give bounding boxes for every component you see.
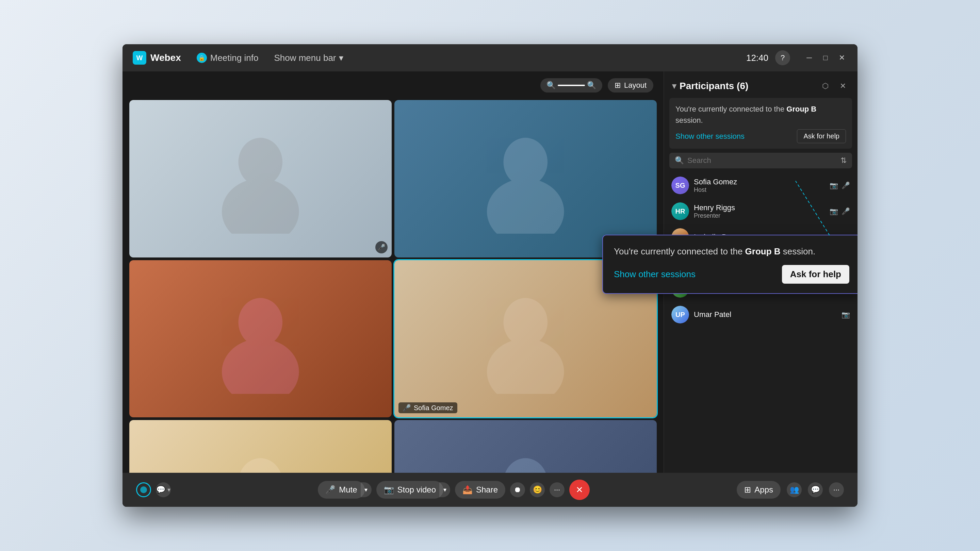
zoom-in-icon[interactable]: 🔍: [587, 81, 596, 90]
panel-title-text: Participants (6): [679, 81, 748, 92]
mute-button[interactable]: 🎤 Mute: [318, 481, 364, 499]
svg-point-10: [504, 458, 548, 473]
video-person-2: [395, 100, 657, 257]
layout-button[interactable]: ⊞ Layout: [608, 78, 653, 92]
svg-point-3: [487, 179, 564, 233]
zoom-control[interactable]: 🔍 🔍: [540, 78, 602, 92]
svg-point-1: [222, 179, 299, 233]
svg-point-5: [222, 339, 299, 394]
stop-video-button[interactable]: 📷 Stop video: [376, 481, 443, 499]
apps-icon: ⊞: [744, 485, 751, 495]
toolbar-left: 💬 ▾: [136, 482, 171, 497]
video-grid: 🎤: [129, 100, 657, 473]
meeting-info-icon: 🔒: [197, 53, 207, 63]
panel-popout-button[interactable]: ⬡: [819, 79, 832, 92]
mic-icon: 🎤: [842, 181, 850, 189]
status-indicator: [136, 482, 151, 497]
more-button[interactable]: ···: [550, 482, 565, 497]
end-call-button[interactable]: ✕: [569, 480, 590, 500]
search-icon: 🔍: [675, 156, 684, 165]
close-button[interactable]: ✕: [837, 52, 847, 63]
meeting-info-label: Meeting info: [210, 53, 259, 63]
participant-role: Presenter: [694, 212, 825, 219]
video-cell-5: 🎤: [129, 420, 392, 473]
layout-label: Layout: [624, 81, 646, 90]
chat-chevron-icon: ▾: [167, 486, 170, 494]
tooltip-show-sessions-link[interactable]: Show other sessions: [614, 269, 695, 279]
layout-icon: ⊞: [614, 81, 620, 90]
svg-point-8: [239, 458, 283, 473]
apps-button[interactable]: ⊞ Apps: [737, 481, 781, 499]
search-bar: 🔍 ⇅: [669, 153, 852, 168]
session-actions: Show other sessions Ask for help: [675, 129, 846, 143]
participant-list: SG Sofia Gomez Host 📷 🎤 HR: [664, 172, 858, 473]
svg-point-7: [487, 339, 564, 394]
chevron-down-icon: ▾: [339, 53, 343, 63]
panel-close-button[interactable]: ✕: [837, 79, 850, 92]
participant-role: Host: [694, 186, 825, 194]
search-input[interactable]: [687, 156, 837, 165]
participants-panel: ▾ Participants (6) ⬡ ✕ You're currently …: [663, 71, 858, 473]
chat-button[interactable]: 💬 ▾: [156, 482, 171, 497]
reactions-button[interactable]: 😊: [530, 482, 545, 497]
video-cell-3: [129, 260, 392, 418]
zoom-out-icon[interactable]: 🔍: [546, 81, 556, 90]
video-cell-6: [395, 420, 657, 473]
panel-header: ▾ Participants (6) ⬡ ✕: [664, 71, 858, 98]
tooltip-ask-help-button[interactable]: Ask for help: [782, 265, 850, 284]
avatar-sg: SG: [671, 176, 689, 194]
mute-badge-1: 🎤: [375, 241, 388, 253]
show-menu-bar-button[interactable]: Show menu bar ▾: [274, 53, 343, 63]
mute-chevron-button[interactable]: ▾: [361, 482, 372, 497]
mute-label: Mute: [339, 485, 357, 495]
apps-label: Apps: [754, 485, 773, 495]
webex-logo-icon: W: [133, 51, 146, 65]
mic-icon: 🎤: [842, 207, 850, 215]
show-sessions-link[interactable]: Show other sessions: [675, 132, 745, 141]
meeting-info-button[interactable]: 🔒 Meeting info: [191, 50, 264, 66]
tooltip-popup: You're currently connected to the Group …: [602, 235, 858, 294]
tooltip-text: You're currently connected to the Group …: [614, 245, 850, 258]
share-button[interactable]: 📤 Share: [455, 481, 505, 499]
app-window: W Webex 🔒 Meeting info Show menu bar ▾ 1…: [123, 44, 858, 507]
help-button[interactable]: ?: [775, 50, 790, 65]
sort-button[interactable]: ⇅: [840, 156, 846, 165]
show-menu-bar-label: Show menu bar: [274, 53, 336, 63]
status-dot: [140, 486, 147, 493]
video-cell-1: 🎤: [129, 100, 392, 257]
participant-item[interactable]: SG Sofia Gomez Host 📷 🎤: [667, 172, 855, 198]
record-button[interactable]: ⏺: [510, 482, 525, 497]
panel-chevron-icon[interactable]: ▾: [672, 81, 676, 91]
participant-item[interactable]: HR Henry Riggs Presenter 📷 🎤: [667, 198, 855, 224]
participant-icons: 📷 🎤: [830, 207, 850, 215]
participant-info: Umar Patel: [694, 310, 837, 319]
video-person-3: [129, 260, 392, 418]
participant-icons: 📷 🎤: [830, 181, 850, 189]
video-person-5: [129, 420, 392, 473]
tooltip-actions: Show other sessions Ask for help: [614, 265, 850, 284]
window-controls: ─ □ ✕: [804, 52, 847, 63]
stop-video-label: Stop video: [398, 485, 436, 495]
webex-brand-name: Webex: [150, 52, 181, 63]
more-options-button[interactable]: ···: [829, 482, 844, 497]
maximize-button[interactable]: □: [820, 52, 831, 63]
participants-button[interactable]: 👥: [787, 482, 802, 497]
participant-item[interactable]: UP Umar Patel 📷: [667, 302, 855, 327]
video-person-1: [129, 100, 392, 257]
title-bar: W Webex 🔒 Meeting info Show menu bar ▾ 1…: [123, 44, 858, 71]
session-text: You're currently connected to the Group …: [675, 103, 846, 126]
share-icon: 📤: [463, 485, 473, 495]
ask-help-button[interactable]: Ask for help: [797, 129, 846, 143]
participant-avatar: UP: [671, 306, 689, 324]
video-chevron-button[interactable]: ▾: [439, 482, 450, 497]
toolbar-center: 🎤 Mute ▾ 📷 Stop video ▾ 📤 Share ⏺ 😊 ··· …: [178, 480, 730, 500]
video-icon: 📷: [384, 485, 394, 495]
name-tag-text: Sofia Gomez: [414, 404, 453, 412]
minimize-button[interactable]: ─: [804, 52, 815, 63]
time-display: 12:40: [746, 53, 768, 63]
participant-name: Umar Patel: [694, 310, 837, 319]
zoom-slider[interactable]: [558, 85, 585, 86]
chat-icon-button[interactable]: 💬: [808, 482, 823, 497]
participant-name: Sofia Gomez: [694, 178, 825, 186]
participant-avatar: HR: [671, 202, 689, 220]
